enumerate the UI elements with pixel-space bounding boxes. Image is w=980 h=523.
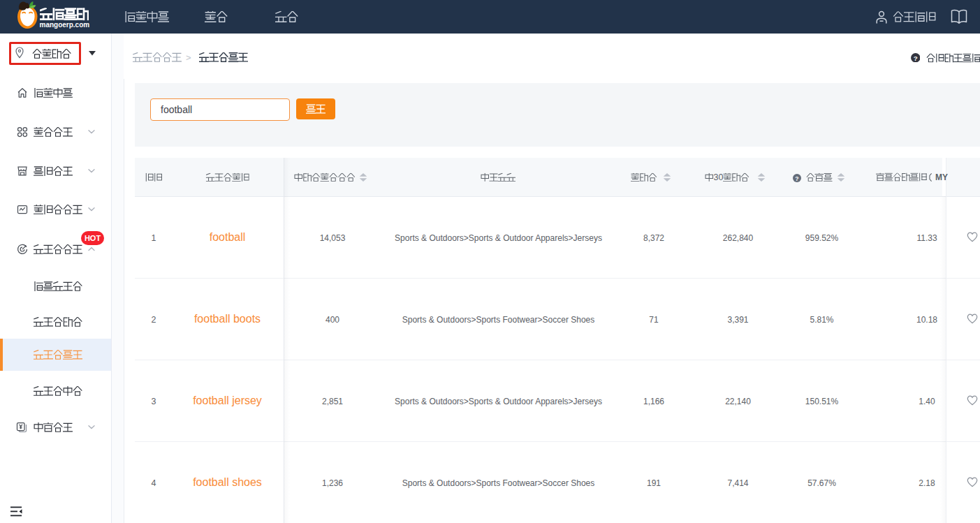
svg-text:?: ? <box>795 175 798 182</box>
svg-text:?: ? <box>913 54 917 62</box>
